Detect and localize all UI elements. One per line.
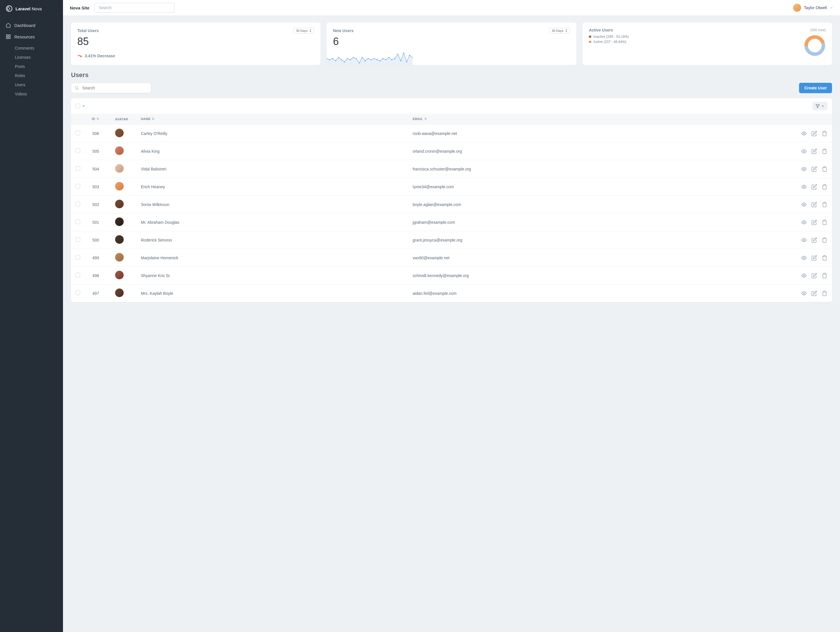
- chevron-down-icon[interactable]: [82, 104, 85, 108]
- brand[interactable]: Laravel Nova: [0, 0, 63, 17]
- row-name: Roderick Simonis: [136, 231, 408, 249]
- row-name: Alivia King: [136, 143, 408, 160]
- edit-button[interactable]: [812, 255, 817, 261]
- svg-point-31: [406, 61, 407, 62]
- delete-button[interactable]: [822, 166, 827, 172]
- delete-button[interactable]: [822, 255, 827, 261]
- row-avatar: [115, 200, 124, 208]
- user-avatar: [793, 4, 801, 12]
- user-menu[interactable]: Taylor Otwell: [793, 4, 833, 12]
- svg-point-41: [803, 204, 805, 205]
- row-checkbox[interactable]: [76, 148, 80, 153]
- row-checkbox[interactable]: [76, 237, 80, 242]
- col-avatar: AVATAR: [111, 114, 136, 125]
- sidebar-item-roles[interactable]: Roles: [0, 71, 63, 80]
- delete-button[interactable]: [822, 219, 827, 225]
- svg-point-42: [803, 222, 805, 223]
- table-card: ID⇅ AVATAR NAME⇅ EMAIL⇅ 506 Carley O'Rei…: [71, 98, 832, 302]
- delete-button[interactable]: [822, 202, 827, 207]
- view-button[interactable]: [801, 219, 807, 225]
- page-title: Users: [71, 71, 832, 79]
- edit-button[interactable]: [812, 290, 817, 296]
- filter-button[interactable]: [813, 102, 827, 110]
- row-id: 503: [85, 178, 111, 196]
- range-select[interactable]: 30 Days: [549, 28, 570, 33]
- edit-button[interactable]: [812, 219, 817, 225]
- col-actions: [793, 114, 832, 125]
- resource-search-input[interactable]: [71, 83, 151, 93]
- row-email: tyree34@example.com: [408, 178, 793, 196]
- nav-item-resources[interactable]: Resources: [0, 31, 63, 43]
- sidebar-item-licenses[interactable]: Licenses: [0, 53, 63, 62]
- sidebar-item-videos[interactable]: Videos: [0, 89, 63, 98]
- select-all-checkbox[interactable]: [76, 104, 80, 108]
- table-row: 497 Mrs. Kaylah Boyle aidan.feil@example…: [71, 285, 832, 302]
- filter-icon: [815, 104, 820, 108]
- global-search-input[interactable]: [95, 3, 175, 13]
- svg-point-7: [335, 60, 336, 61]
- row-checkbox[interactable]: [76, 202, 80, 206]
- row-checkbox[interactable]: [76, 290, 80, 295]
- row-checkbox[interactable]: [76, 166, 80, 171]
- col-name[interactable]: NAME⇅: [136, 114, 408, 125]
- view-button[interactable]: [801, 255, 807, 261]
- edit-button[interactable]: [812, 131, 817, 136]
- delete-button[interactable]: [822, 290, 827, 296]
- col-id[interactable]: ID⇅: [85, 114, 111, 125]
- view-button[interactable]: [801, 290, 807, 296]
- view-button[interactable]: [801, 237, 807, 243]
- view-button[interactable]: [801, 273, 807, 279]
- svg-point-8: [338, 57, 339, 58]
- edit-button[interactable]: [812, 202, 817, 207]
- content: Total Users 30 Days 85 3.41% Decrease: [63, 16, 840, 309]
- svg-point-21: [376, 59, 377, 60]
- view-button[interactable]: [801, 202, 807, 207]
- row-checkbox[interactable]: [76, 219, 80, 224]
- row-name: Shyanne Kris Sr.: [136, 267, 408, 285]
- view-button[interactable]: [801, 131, 807, 136]
- range-select[interactable]: 30 Days: [294, 28, 314, 33]
- nav: Dashboard Resources Comments Licenses Po…: [0, 17, 63, 102]
- nav-item-dashboard[interactable]: Dashboard: [0, 19, 63, 31]
- row-checkbox[interactable]: [76, 255, 80, 260]
- view-button[interactable]: [801, 166, 807, 172]
- row-checkbox[interactable]: [76, 273, 80, 277]
- sidebar-item-comments[interactable]: Comments: [0, 44, 63, 53]
- edit-button[interactable]: [812, 166, 817, 172]
- svg-point-20: [374, 58, 375, 59]
- brand-name: Laravel Nova: [16, 6, 42, 11]
- card-total-users: Total Users 30 Days 85 3.41% Decrease: [71, 23, 321, 65]
- donut-chart: [804, 35, 826, 58]
- brand-logo-icon: [6, 5, 13, 12]
- sidebar-item-posts[interactable]: Posts: [0, 62, 63, 71]
- row-email: boyle.aglae@example.com: [408, 196, 793, 214]
- nav-label: Dashboard: [14, 23, 35, 28]
- card-title: Active Users: [589, 28, 613, 32]
- row-email: roob.wava@example.net: [408, 125, 793, 143]
- select-all[interactable]: [76, 104, 85, 108]
- svg-rect-2: [6, 37, 8, 39]
- delete-button[interactable]: [822, 273, 827, 279]
- row-checkbox[interactable]: [76, 131, 80, 135]
- delete-button[interactable]: [822, 148, 827, 154]
- svg-point-28: [397, 54, 398, 55]
- delete-button[interactable]: [822, 237, 827, 243]
- view-button[interactable]: [801, 148, 807, 154]
- col-email[interactable]: EMAIL⇅: [408, 114, 793, 125]
- row-avatar: [115, 217, 124, 226]
- sidebar-item-users[interactable]: Users: [0, 80, 63, 89]
- row-checkbox[interactable]: [76, 184, 80, 188]
- view-button[interactable]: [801, 184, 807, 190]
- edit-button[interactable]: [812, 184, 817, 190]
- toolbar-row: Create User: [71, 83, 832, 93]
- edit-button[interactable]: [812, 148, 817, 154]
- delete-button[interactable]: [822, 131, 827, 136]
- card-title: Total Users: [77, 29, 99, 33]
- table-row: 500 Roderick Simonis grant.jessyca@examp…: [71, 231, 832, 249]
- create-user-button[interactable]: Create User: [799, 83, 832, 93]
- edit-button[interactable]: [812, 273, 817, 279]
- delete-button[interactable]: [822, 184, 827, 190]
- edit-button[interactable]: [812, 237, 817, 243]
- row-email: orland.cronin@example.org: [408, 143, 793, 160]
- row-id: 500: [85, 231, 111, 249]
